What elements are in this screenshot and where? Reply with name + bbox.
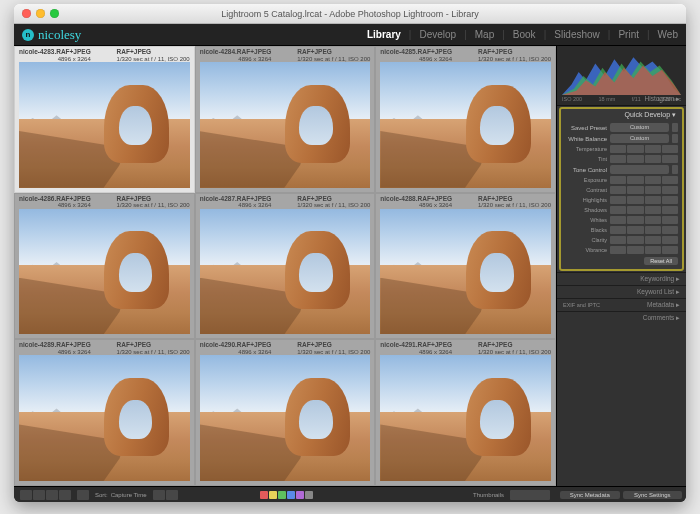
- cell-format: RAF+JPEG: [297, 48, 370, 56]
- cell-filename: nicole-4285.RAF+JPEG: [380, 48, 452, 56]
- grid-cell[interactable]: nicole-4284.RAF+JPEG4896 x 3264 RAF+JPEG…: [195, 46, 376, 193]
- grid-cell[interactable]: nicole-4291.RAF+JPEG4896 x 3264 RAF+JPEG…: [375, 339, 556, 486]
- sync-settings-button[interactable]: Sync Settings: [623, 491, 683, 499]
- module-develop[interactable]: Develop: [419, 29, 456, 40]
- tone-disclosure-icon[interactable]: [672, 165, 678, 174]
- reset-all-button[interactable]: Reset All: [644, 257, 678, 265]
- histogram-icon: [562, 53, 681, 95]
- saved-preset-dropdown[interactable]: Custom: [610, 123, 669, 132]
- color-label-picker[interactable]: [260, 491, 313, 499]
- qd-whites-stepper[interactable]: [610, 216, 678, 224]
- quick-develop-header[interactable]: Quick Develop ▾: [565, 111, 678, 121]
- cell-format: RAF+JPEG: [117, 48, 190, 56]
- cell-filename: nicole-4284.RAF+JPEG: [200, 48, 272, 56]
- qd-clarity-stepper[interactable]: [610, 236, 678, 244]
- temperature-stepper[interactable]: [610, 145, 678, 153]
- cell-filename: nicole-4288.RAF+JPEG: [380, 195, 452, 203]
- sort-dropdown[interactable]: Capture Time: [111, 492, 147, 498]
- color-swatch[interactable]: [296, 491, 304, 499]
- saved-preset-label: Saved Preset: [565, 125, 607, 131]
- grid-cell[interactable]: nicole-4286.RAF+JPEG4896 x 3264 RAF+JPEG…: [14, 193, 195, 340]
- histogram-iso: ISO 200: [562, 96, 582, 102]
- titlebar[interactable]: Lightroom 5 Catalog.lrcat - Adobe Photos…: [14, 4, 686, 24]
- view-mode-switcher[interactable]: [20, 490, 71, 500]
- qd-highlights-stepper[interactable]: [610, 196, 678, 204]
- cell-filename: nicole-4286.RAF+JPEG: [19, 195, 91, 203]
- sync-metadata-button[interactable]: Sync Metadata: [560, 491, 620, 499]
- module-library[interactable]: Library: [367, 29, 401, 40]
- module-map[interactable]: Map: [475, 29, 494, 40]
- right-panel: ISO 200 18 mm f/11 1/320 sec Histogram ▸…: [556, 46, 686, 486]
- qd-contrast-label: Contrast: [565, 187, 607, 193]
- white-balance-disclosure-icon[interactable]: [672, 134, 678, 143]
- cell-filename: nicole-4289.RAF+JPEG: [19, 341, 91, 349]
- histogram-lens: 18 mm: [599, 96, 616, 102]
- grid-cell[interactable]: nicole-4289.RAF+JPEG4896 x 3264 RAF+JPEG…: [14, 339, 195, 486]
- qd-contrast-stepper[interactable]: [610, 186, 678, 194]
- metadata-header[interactable]: EXIF and IPTC Metadata ▸: [557, 298, 686, 311]
- histogram-aperture: f/11: [632, 96, 641, 102]
- sort-label: Sort:: [95, 492, 108, 498]
- thumbnail[interactable]: [380, 62, 551, 188]
- tone-control-label: Tone Control: [565, 167, 607, 173]
- qd-whites-label: Whites: [565, 217, 607, 223]
- module-web[interactable]: Web: [658, 29, 678, 40]
- identity-plate[interactable]: n nicolesy: [22, 27, 81, 43]
- grid-cell[interactable]: nicole-4288.RAF+JPEG4896 x 3264 RAF+JPEG…: [375, 193, 556, 340]
- qd-blacks-label: Blacks: [565, 227, 607, 233]
- color-swatch[interactable]: [305, 491, 313, 499]
- metadata-preset[interactable]: EXIF and IPTC: [563, 302, 600, 308]
- white-balance-dropdown[interactable]: Custom: [610, 134, 669, 143]
- qd-shadows-stepper[interactable]: [610, 206, 678, 214]
- color-swatch[interactable]: [287, 491, 295, 499]
- thumbnail[interactable]: [19, 62, 190, 188]
- cell-filename: nicole-4283.RAF+JPEG: [19, 48, 91, 56]
- temperature-label: Temperature: [565, 146, 607, 152]
- tint-stepper[interactable]: [610, 155, 678, 163]
- cell-filename: nicole-4290.RAF+JPEG: [200, 341, 272, 349]
- grid-cell[interactable]: nicole-4290.RAF+JPEG4896 x 3264 RAF+JPEG…: [195, 339, 376, 486]
- quick-develop-panel: Quick Develop ▾ Saved Preset Custom Whit…: [559, 107, 684, 271]
- grid-cell[interactable]: nicole-4285.RAF+JPEG4896 x 3264 RAF+JPEG…: [375, 46, 556, 193]
- saved-preset-disclosure-icon[interactable]: [672, 123, 678, 132]
- thumbnail[interactable]: [380, 355, 551, 481]
- module-slideshow[interactable]: Slideshow: [554, 29, 600, 40]
- module-book[interactable]: Book: [513, 29, 536, 40]
- keyword-list-header[interactable]: Keyword List ▸: [557, 285, 686, 298]
- thumbnail-size-slider[interactable]: [510, 490, 550, 500]
- thumbnail[interactable]: [19, 355, 190, 481]
- thumbnail[interactable]: [200, 62, 371, 188]
- grid-view[interactable]: nicole-4283.RAF+JPEG4896 x 3264 RAF+JPEG…: [14, 46, 556, 486]
- module-bar: n nicolesy Library|Develop|Map|Book|Slid…: [14, 24, 686, 46]
- cell-format: RAF+JPEG: [478, 48, 551, 56]
- qd-vibrance-label: Vibrance: [565, 247, 607, 253]
- thumbnail-size-label: Thumbnails: [473, 492, 504, 498]
- thumbnail[interactable]: [200, 355, 371, 481]
- histogram-label[interactable]: Histogram ▸: [645, 95, 680, 103]
- white-balance-label: White Balance: [565, 136, 607, 142]
- brand-logo-icon: n: [22, 29, 34, 41]
- keywording-header[interactable]: Keywording ▸: [557, 272, 686, 285]
- painter-icon[interactable]: [77, 490, 89, 500]
- qd-blacks-stepper[interactable]: [610, 226, 678, 234]
- qd-clarity-label: Clarity: [565, 237, 607, 243]
- grid-cell[interactable]: nicole-4287.RAF+JPEG4896 x 3264 RAF+JPEG…: [195, 193, 376, 340]
- thumbnail[interactable]: [380, 209, 551, 335]
- color-swatch[interactable]: [269, 491, 277, 499]
- qd-vibrance-stepper[interactable]: [610, 246, 678, 254]
- module-print[interactable]: Print: [618, 29, 639, 40]
- comments-header[interactable]: Comments ▸: [557, 311, 686, 324]
- color-swatch[interactable]: [260, 491, 268, 499]
- rating-stepper[interactable]: [153, 490, 178, 500]
- app-window: Lightroom 5 Catalog.lrcat - Adobe Photos…: [14, 4, 686, 502]
- color-swatch[interactable]: [278, 491, 286, 499]
- qd-exposure-stepper[interactable]: [610, 176, 678, 184]
- window-title: Lightroom 5 Catalog.lrcat - Adobe Photos…: [14, 9, 686, 19]
- grid-toolbar: Sort: Capture Time Thumbnails: [14, 486, 556, 502]
- histogram-panel[interactable]: ISO 200 18 mm f/11 1/320 sec Histogram ▸: [557, 46, 686, 106]
- thumbnail[interactable]: [19, 209, 190, 335]
- grid-cell[interactable]: nicole-4283.RAF+JPEG4896 x 3264 RAF+JPEG…: [14, 46, 195, 193]
- qd-shadows-label: Shadows: [565, 207, 607, 213]
- thumbnail[interactable]: [200, 209, 371, 335]
- tone-auto-button[interactable]: [610, 165, 669, 174]
